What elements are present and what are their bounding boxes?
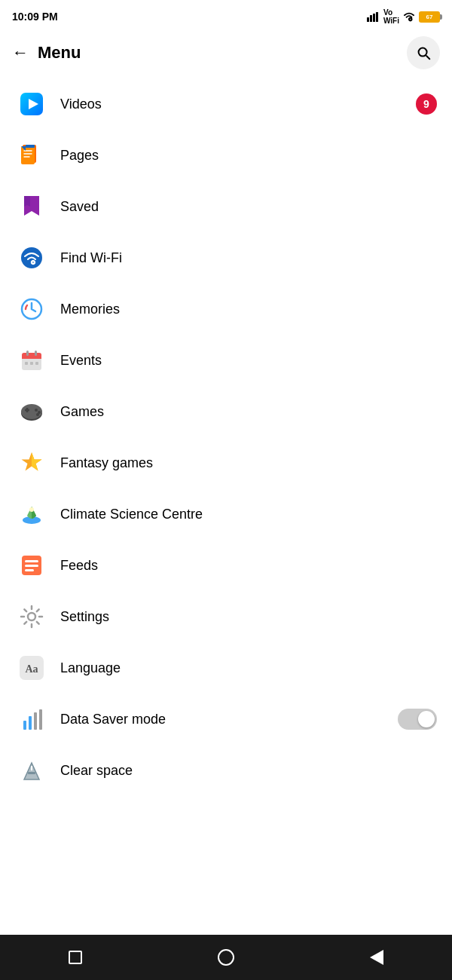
- findwifi-icon: [15, 241, 48, 274]
- language-label: Language: [60, 660, 121, 676]
- events-icon: [15, 344, 48, 377]
- menu-item-memories[interactable]: Memories: [0, 283, 452, 335]
- svg-rect-19: [35, 362, 38, 365]
- header-left: ← Menu: [12, 43, 81, 63]
- menu-item-settings[interactable]: Settings: [0, 591, 452, 642]
- svg-rect-16: [35, 351, 37, 356]
- nav-home-button[interactable]: [212, 944, 240, 971]
- datasaver-toggle-container: [398, 709, 437, 730]
- videos-badge: 9: [416, 93, 437, 115]
- menu-item-clearspace[interactable]: Clear space: [0, 745, 452, 796]
- svg-marker-40: [24, 763, 39, 779]
- feeds-icon: [15, 549, 48, 582]
- events-label: Events: [60, 353, 102, 369]
- datasaver-toggle[interactable]: [398, 709, 437, 730]
- signal-icon: [367, 11, 380, 22]
- menu-item-fantasygames[interactable]: Fantasy games: [0, 437, 452, 488]
- svg-rect-18: [30, 362, 33, 365]
- bottom-nav: [0, 935, 452, 980]
- status-time: 10:09 PM: [12, 11, 58, 23]
- settings-icon: [15, 600, 48, 633]
- fantasygames-icon: [15, 446, 48, 479]
- pages-label: Pages: [60, 148, 99, 164]
- menu-item-saved[interactable]: Saved: [0, 181, 452, 232]
- menu-item-feeds[interactable]: Feeds: [0, 540, 452, 591]
- back-button[interactable]: ←: [12, 43, 29, 63]
- datasaver-label: Data Saver mode: [60, 712, 166, 727]
- climate-icon: [15, 498, 48, 531]
- feeds-label: Feeds: [60, 558, 98, 574]
- svg-rect-8: [26, 145, 35, 148]
- svg-rect-42: [28, 772, 35, 774]
- recents-icon: [69, 951, 82, 964]
- svg-rect-1: [370, 15, 372, 22]
- menu-item-videos[interactable]: Videos9: [0, 78, 452, 130]
- svg-rect-38: [34, 712, 37, 730]
- status-bar: 10:09 PM VoWiFi 67: [0, 0, 452, 30]
- menu-item-pages[interactable]: Pages: [0, 130, 452, 181]
- home-icon: [218, 949, 234, 966]
- svg-text:Aa: Aa: [25, 663, 38, 675]
- menu-item-findwifi[interactable]: Find Wi-Fi: [0, 232, 452, 283]
- menu-list: Videos9PagesSavedFind Wi-FiMemoriesEvent…: [0, 78, 452, 796]
- games-icon: [15, 395, 48, 428]
- status-icons: VoWiFi 67: [367, 8, 440, 25]
- svg-point-33: [28, 613, 35, 620]
- menu-item-datasaver[interactable]: Data Saver mode: [0, 694, 452, 745]
- svg-rect-0: [367, 17, 369, 22]
- page-title: Menu: [38, 43, 81, 63]
- svg-point-22: [35, 409, 38, 412]
- menu-item-climate[interactable]: Climate Science Centre: [0, 488, 452, 540]
- datasaver-toggle-thumb: [418, 711, 435, 727]
- videos-icon: [15, 87, 48, 121]
- menu-item-events[interactable]: Events: [0, 335, 452, 386]
- saved-label: Saved: [60, 199, 99, 215]
- header: ← Menu: [0, 30, 452, 78]
- nav-back-button[interactable]: [363, 944, 390, 971]
- svg-rect-31: [25, 565, 38, 567]
- svg-rect-39: [39, 709, 42, 730]
- datasaver-icon: [15, 703, 48, 736]
- fantasygames-label: Fantasy games: [60, 455, 153, 471]
- svg-point-24: [36, 413, 39, 416]
- svg-point-28: [29, 507, 34, 512]
- climate-label: Climate Science Centre: [60, 507, 203, 522]
- vo-wifi-label: VoWiFi: [383, 8, 399, 25]
- settings-label: Settings: [60, 609, 109, 625]
- games-label: Games: [60, 404, 104, 420]
- svg-rect-14: [22, 357, 41, 359]
- search-button[interactable]: [407, 36, 440, 69]
- svg-rect-30: [25, 560, 38, 562]
- back-nav-icon: [370, 950, 383, 965]
- svg-rect-2: [373, 14, 375, 22]
- svg-rect-7: [21, 146, 35, 164]
- nav-recents-button[interactable]: [62, 944, 89, 971]
- saved-icon: [15, 190, 48, 223]
- clearspace-icon: [15, 754, 48, 787]
- findwifi-label: Find Wi-Fi: [60, 250, 122, 266]
- svg-rect-17: [25, 362, 28, 365]
- svg-rect-15: [26, 351, 29, 356]
- svg-rect-3: [376, 12, 378, 22]
- search-icon: [415, 44, 432, 61]
- svg-rect-32: [25, 569, 34, 571]
- battery-icon: 67: [419, 11, 440, 23]
- memories-icon: [15, 292, 48, 326]
- language-icon: Aa: [15, 651, 48, 684]
- menu-item-language[interactable]: AaLanguage: [0, 642, 452, 694]
- svg-rect-36: [23, 721, 26, 730]
- clearspace-label: Clear space: [60, 763, 133, 779]
- svg-rect-37: [29, 716, 32, 730]
- pages-icon: [15, 139, 48, 172]
- wifi-status-icon: [402, 11, 416, 22]
- menu-item-games[interactable]: Games: [0, 386, 452, 437]
- videos-label: Videos: [60, 96, 102, 112]
- memories-label: Memories: [60, 302, 120, 317]
